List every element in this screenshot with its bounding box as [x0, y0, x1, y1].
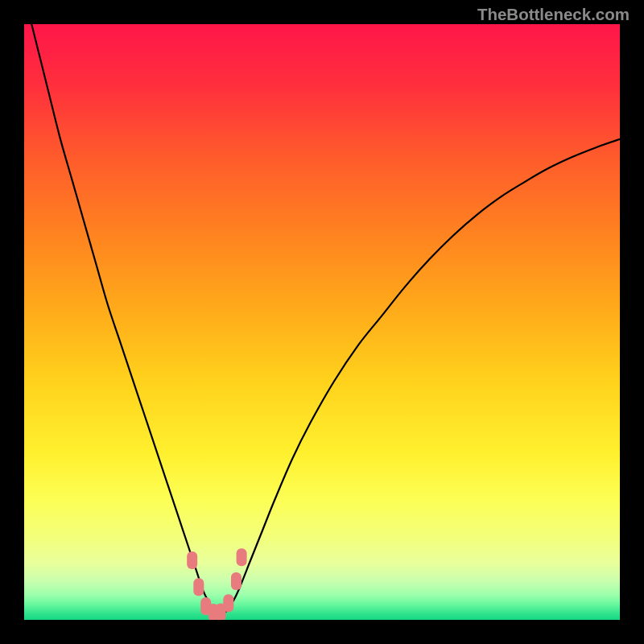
curve-marker: [193, 578, 204, 596]
watermark-text: TheBottleneck.com: [477, 5, 630, 24]
curve-layer: [24, 24, 620, 620]
curve-marker: [231, 572, 242, 590]
curve-marker: [223, 594, 233, 612]
chart-frame: TheBottleneck.com: [0, 0, 644, 644]
bottleneck-curve: [24, 24, 620, 614]
curve-marker: [237, 548, 247, 566]
curve-marker: [187, 551, 197, 569]
curve-markers: [187, 548, 246, 620]
plot-area: [24, 24, 620, 620]
